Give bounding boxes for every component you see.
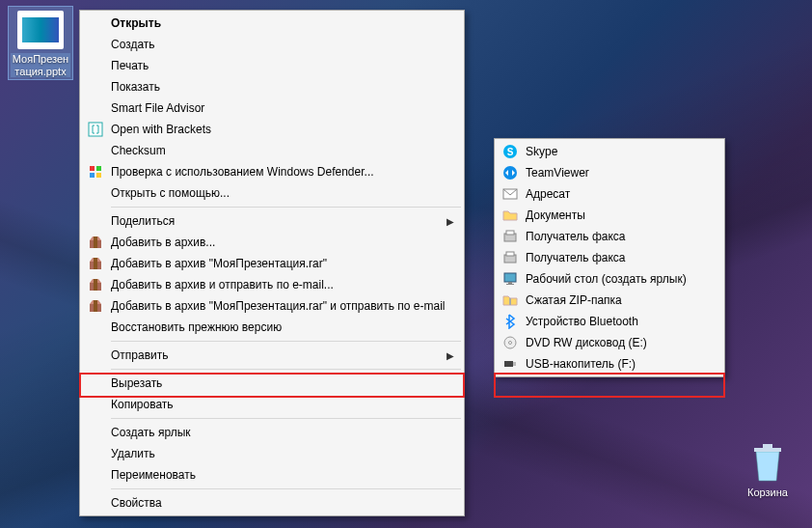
recycle-bin-label: Корзина [735,486,800,499]
winrar-icon [88,298,103,314]
menu-restore-label: Восстановить прежнюю версию [111,320,282,334]
svg-rect-2 [89,123,102,136]
menu-copy-label: Копировать [111,398,174,411]
teamviewer-icon [502,165,518,181]
menu-sendto-label: Отправить [111,348,169,362]
menu-add-archive-named[interactable]: Добавить в архив "МояПрезентация.rar" [82,253,462,274]
winrar-icon [88,277,103,292]
menu-sendto[interactable]: Отправить▶ [82,345,462,366]
menu-add-named-email[interactable]: Добавить в архив "МояПрезентация.rar" и … [82,295,462,317]
svg-rect-3 [90,166,95,171]
menu-add-email-label: Добавить в архив и отправить по e-mail..… [111,278,334,292]
fax-icon [502,229,518,244]
svg-rect-22 [506,252,514,256]
menu-show-label: Показать [111,80,160,94]
menu-checksum-label: Checksum [111,144,166,157]
sendto-fax2-label: Получатель факса [526,251,626,264]
sendto-recipient[interactable]: Адресат [497,183,722,205]
menu-create-label: Создать [111,38,155,51]
svg-rect-4 [96,166,101,171]
menu-separator [111,341,461,342]
sendto-fax1[interactable]: Получатель факса [497,226,722,247]
sendto-bluetooth[interactable]: Устройство Bluetooth [497,311,722,332]
sendto-dvd-label: DVD RW дисковод (E:) [526,336,647,349]
svg-rect-24 [508,282,512,284]
svg-text:S: S [507,147,514,157]
menu-checksum[interactable]: Checksum [82,140,462,161]
sendto-skype-label: Skype [526,145,557,158]
menu-add-named-email-label: Добавить в архив "МояПрезентация.rar" и … [111,299,445,313]
folder-icon [502,208,518,223]
fax-icon [502,250,518,265]
menu-copy[interactable]: Копировать [82,394,462,415]
sendto-zip[interactable]: Сжатая ZIP-папка [497,290,722,311]
menu-open[interactable]: Открыть [82,13,462,34]
shield-icon [88,164,103,180]
sendto-zip-label: Сжатая ZIP-папка [526,293,622,307]
menu-shortcut-label: Создать ярлык [111,426,191,439]
recycle-bin[interactable]: Корзина [735,442,800,499]
menu-delete-label: Удалить [111,447,155,460]
svg-rect-12 [94,279,97,291]
menu-separator [111,369,461,370]
chevron-right-icon: ▶ [447,350,454,361]
bluetooth-icon [502,314,518,329]
menu-delete[interactable]: Удалить [82,443,462,464]
menu-share-label: Поделиться [111,214,175,228]
menu-separator [111,488,461,489]
winrar-icon [88,235,103,250]
sendto-usb-label: USB-накопитель (F:) [526,357,636,371]
menu-add-archive[interactable]: Добавить в архив... [82,232,462,253]
svg-rect-26 [509,298,511,305]
svg-rect-10 [94,258,97,269]
sendto-bluetooth-label: Устройство Bluetooth [526,315,638,328]
sendto-teamviewer-label: TeamViewer [526,166,589,180]
desktop-file-pptx[interactable]: МояПрезентация.pptx [8,6,73,80]
desktop-icon [502,271,518,287]
sendto-documents[interactable]: Документы [497,205,722,226]
sendto-recipient-label: Адресат [526,187,570,201]
menu-properties[interactable]: Свойства [82,492,462,514]
menu-separator [111,207,461,208]
menu-defender-label: Проверка с использованием Windows Defend… [111,165,374,179]
menu-restore[interactable]: Восстановить прежнюю версию [82,317,462,338]
sendto-fax1-label: Получатель факса [526,230,626,243]
dvd-icon [502,335,518,350]
sendto-teamviewer[interactable]: TeamViewer [497,162,722,183]
sendto-dvd[interactable]: DVD RW дисковод (E:) [497,332,722,353]
svg-rect-23 [504,273,516,282]
menu-openwith[interactable]: Открыть с помощью... [82,182,462,204]
svg-rect-1 [763,444,772,448]
menu-smartfile[interactable]: Smart File Advisor [82,97,462,119]
menu-cut[interactable]: Вырезать [82,373,462,394]
menu-brackets[interactable]: Open with Brackets [82,119,462,140]
sendto-documents-label: Документы [526,208,585,222]
menu-add-archive-named-label: Добавить в архив "МояПрезентация.rar" [111,257,327,270]
menu-share[interactable]: Поделиться▶ [82,210,462,232]
file-label: МояПрезентация.pptx [11,53,70,77]
menu-print-label: Печать [111,59,149,72]
svg-point-28 [509,342,512,345]
menu-rename-label: Переименовать [111,468,196,482]
mail-icon [502,186,518,202]
sendto-desktop-label: Рабочий стол (создать ярлык) [526,272,687,286]
sendto-desktop[interactable]: Рабочий стол (создать ярлык) [497,268,722,290]
menu-print[interactable]: Печать [82,55,462,76]
sendto-fax2[interactable]: Получатель факса [497,247,722,268]
menu-create[interactable]: Создать [82,34,462,55]
menu-add-email[interactable]: Добавить в архив и отправить по e-mail..… [82,274,462,295]
svg-rect-20 [506,231,514,235]
svg-rect-30 [513,362,516,366]
menu-show[interactable]: Показать [82,76,462,97]
winrar-icon [88,256,103,271]
menu-open-label: Открыть [111,16,161,30]
menu-shortcut[interactable]: Создать ярлык [82,422,462,443]
svg-rect-14 [94,300,97,312]
svg-rect-8 [94,236,97,248]
sendto-skype[interactable]: S Skype [497,141,722,162]
menu-defender[interactable]: Проверка с использованием Windows Defend… [82,161,462,182]
menu-rename[interactable]: Переименовать [82,464,462,486]
brackets-icon [88,122,103,137]
chevron-right-icon: ▶ [447,216,454,227]
sendto-usb[interactable]: USB-накопитель (F:) [497,353,722,375]
